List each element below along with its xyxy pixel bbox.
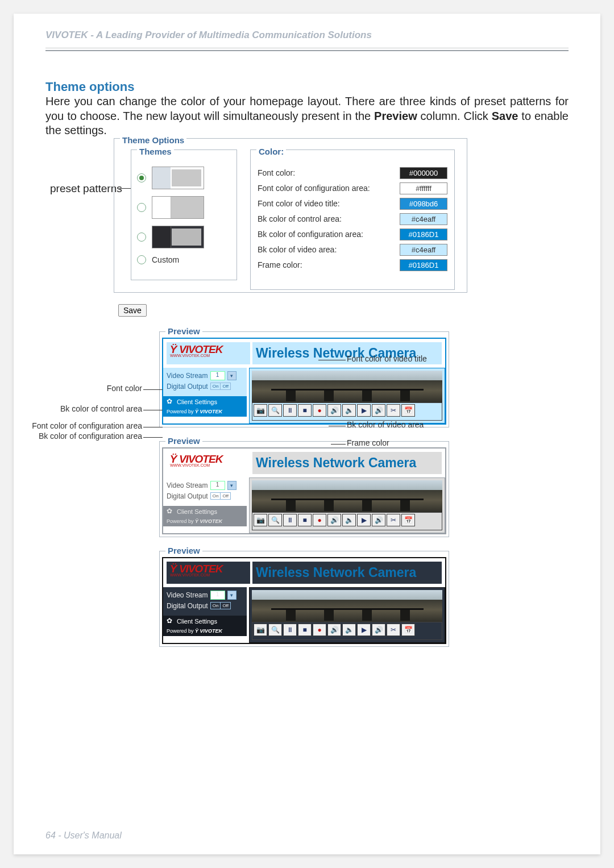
toolbar-button[interactable]: 🔍 [268, 404, 282, 417]
brand-sub: WWW.VIVOTEK.COM [170, 464, 222, 467]
video-stream-select[interactable]: 1 [210, 591, 225, 600]
theme-option-1[interactable] [131, 163, 237, 193]
header-divider-2 [45, 50, 569, 51]
toolbar-button[interactable]: 🔈 [342, 514, 356, 526]
radio-icon[interactable] [137, 173, 146, 182]
powered-by: Powered by Ÿ VIVOTEK [163, 517, 247, 526]
color-swatch[interactable]: #ffffff [400, 182, 447, 194]
toolbar-button[interactable]: ▶ [357, 514, 371, 526]
toolbar-button[interactable]: ● [313, 404, 326, 417]
off-label: Off [220, 383, 230, 389]
toolbar-button[interactable]: 📷 [254, 514, 267, 526]
ann-bk-control: Bk color of control area [11, 404, 142, 413]
toolbar-button[interactable]: ⏸ [283, 624, 297, 636]
toolbar-button[interactable]: 🔊 [327, 404, 341, 417]
preview-fieldset: PreviewŸ VIVOTEKWWW.VIVOTEK.COMWireless … [159, 551, 449, 647]
on-label: On [211, 603, 221, 609]
save-button[interactable]: Save [118, 304, 147, 317]
theme-option-2[interactable] [131, 193, 237, 222]
toolbar-button[interactable]: ■ [298, 404, 312, 417]
theme-option-3[interactable] [131, 222, 237, 252]
theme-option-custom[interactable]: Custom [131, 252, 237, 268]
preview-legend: Preview [165, 436, 202, 446]
toolbar-button[interactable]: 📅 [401, 514, 415, 526]
color-row-label: Bk color of configuration area: [258, 230, 363, 239]
toolbar-button[interactable]: 📅 [401, 404, 415, 417]
control-column: Video Stream1▾Digital OutputOnOffClient … [163, 368, 247, 423]
toolbar-button[interactable]: ⏸ [283, 404, 297, 417]
client-settings-label: Client Settings [177, 398, 217, 405]
color-row-label: Frame color: [258, 260, 302, 269]
toolbar-button[interactable]: ⏸ [283, 514, 297, 526]
radio-icon[interactable] [137, 203, 146, 212]
video-thumbnail [252, 590, 442, 623]
color-row: Frame color:#0186D1 [251, 258, 454, 273]
gear-icon [167, 508, 173, 515]
color-swatch[interactable]: #0186D1 [400, 229, 447, 240]
control-column: Video Stream1▾Digital OutputOnOffClient … [163, 587, 247, 643]
on-off-toggle[interactable]: OnOff [210, 492, 231, 500]
toolbar-button[interactable]: 📷 [254, 404, 267, 417]
color-row: Font color of video title:#098bd6 [251, 196, 454, 211]
preview-frame: Ÿ VIVOTEKWWW.VIVOTEK.COMWireless Network… [162, 338, 446, 425]
on-off-toggle[interactable]: OnOff [210, 602, 231, 609]
themes-fieldset: Themes Custom [131, 149, 237, 280]
toolbar-button[interactable]: ✂ [387, 624, 400, 636]
toolbar-button[interactable]: 🔊 [327, 514, 341, 526]
toolbar-button[interactable]: ■ [298, 624, 312, 636]
color-swatch[interactable]: #c4eaff [400, 213, 447, 225]
color-swatch[interactable]: #098bd6 [400, 198, 447, 210]
color-row-label: Font color of configuration area: [258, 184, 370, 193]
chevron-down-icon[interactable]: ▾ [227, 371, 237, 380]
toolbar-button[interactable]: ● [313, 514, 326, 526]
color-swatch[interactable]: #0186D1 [400, 259, 447, 271]
preview-page-title: Wireless Network Camera [252, 562, 442, 584]
toolbar-button[interactable]: ▶ [357, 624, 371, 636]
chevron-down-icon[interactable]: ▾ [227, 481, 237, 490]
toolbar-button[interactable]: ▶ [357, 404, 371, 417]
color-row-label: Bk color of control area: [258, 214, 342, 223]
toolbar-button[interactable]: ● [313, 624, 326, 636]
ann-font-video-title: Font color of video title [347, 354, 427, 363]
toolbar-button[interactable]: 🔈 [342, 624, 356, 636]
radio-icon[interactable] [137, 232, 146, 242]
section-title: Theme options [45, 80, 569, 94]
toolbar-button[interactable]: ✂ [387, 404, 400, 417]
client-settings-bar[interactable]: Client Settings [163, 506, 247, 517]
color-swatch[interactable]: #c4eaff [400, 244, 447, 256]
toolbar-button[interactable]: 📷 [254, 624, 267, 636]
video-toolbar: 📷🔍⏸■●🔊🔈▶🔊✂📅 [252, 512, 442, 530]
toolbar-button[interactable]: 🔊 [372, 624, 385, 636]
toolbar-button[interactable]: 🔍 [268, 514, 282, 526]
color-swatch[interactable]: #000000 [400, 167, 447, 179]
intro-part2: column. Click [417, 110, 492, 122]
powered-brand: Ÿ VIVOTEK [195, 409, 222, 414]
client-settings-bar[interactable]: Client Settings [163, 616, 247, 627]
toolbar-button[interactable]: ■ [298, 514, 312, 526]
color-row: Bk color of video area:#c4eaff [251, 242, 454, 258]
chevron-down-icon[interactable]: ▾ [227, 591, 237, 600]
toolbar-button[interactable]: 🔈 [342, 404, 356, 417]
toolbar-button[interactable]: 🔍 [268, 624, 282, 636]
toolbar-button[interactable]: 🔊 [327, 624, 341, 636]
color-row-label: Bk color of video area: [258, 245, 337, 254]
powered-prefix: Powered by [167, 628, 195, 634]
video-stream-select[interactable]: 1 [210, 481, 225, 490]
ann-line-ctrl [143, 410, 163, 410]
video-area: 📷🔍⏸■●🔊🔈▶🔊✂📅 [249, 368, 445, 423]
toolbar-button[interactable]: 📅 [401, 624, 415, 636]
custom-label: Custom [152, 255, 179, 264]
video-stream-select[interactable]: 1 [210, 371, 225, 380]
on-off-toggle[interactable]: OnOff [210, 383, 231, 390]
ann-line-title [318, 360, 346, 360]
toolbar-button[interactable]: ✂ [387, 514, 400, 526]
client-settings-bar[interactable]: Client Settings [163, 396, 247, 408]
digital-output-row: Digital OutputOnOff [167, 492, 243, 500]
toolbar-button[interactable]: 🔊 [372, 514, 385, 526]
digital-output-row: Digital OutputOnOff [167, 383, 243, 391]
powered-prefix: Powered by [167, 409, 195, 414]
page: VIVOTEK - A Leading Provider of Multimed… [14, 14, 600, 854]
footer-text: 64 - User's Manual [45, 830, 122, 841]
toolbar-button[interactable]: 🔊 [372, 404, 385, 417]
radio-icon[interactable] [137, 255, 146, 264]
